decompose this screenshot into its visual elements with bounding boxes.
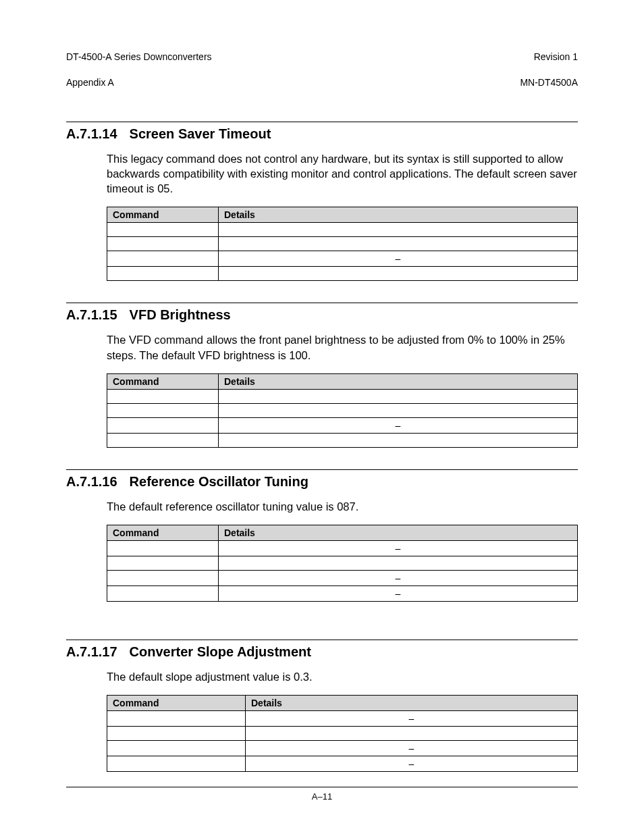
cell-command — [107, 541, 219, 556]
page-header: DT-4500-A Series Downconverters Appendix… — [66, 38, 578, 89]
section-rule — [66, 469, 578, 470]
section-title: Converter Slope Adjustment — [130, 644, 311, 659]
cell-details: – — [219, 417, 578, 433]
section-heading: A.7.1.15VFD Brightness — [66, 307, 578, 323]
table-header-command: Command — [107, 525, 219, 541]
cell-command — [107, 556, 219, 571]
table-row — [107, 223, 578, 237]
page-number: A–11 — [312, 791, 332, 802]
table-row — [107, 433, 578, 447]
section-number: A.7.1.16 — [66, 474, 117, 490]
section-title: VFD Brightness — [130, 307, 231, 322]
section-body: The default slope adjustment value is 0.… — [107, 669, 578, 684]
cell-command — [107, 727, 246, 741]
header-revision: Revision 1 — [534, 51, 578, 62]
table-header-details: Details — [219, 207, 578, 223]
table-row — [107, 237, 578, 251]
table-row: – — [107, 541, 578, 556]
cell-command — [107, 433, 219, 447]
section-rule — [66, 640, 578, 640]
cell-details — [219, 433, 578, 447]
cell-details: – — [246, 711, 578, 727]
cell-details — [219, 389, 578, 403]
section-vfd-brightness: A.7.1.15VFD Brightness The VFD command a… — [66, 303, 578, 448]
command-table: Command Details – — [107, 373, 578, 448]
section-body: This legacy command does not control any… — [107, 151, 578, 197]
cell-details: – — [246, 741, 578, 756]
table-row: – — [107, 586, 578, 602]
cell-command — [107, 267, 219, 281]
cell-details: – — [219, 586, 578, 602]
table-header-details: Details — [246, 696, 578, 711]
section-body: The VFD command allows the front panel b… — [107, 332, 578, 363]
section-heading: A.7.1.17Converter Slope Adjustment — [66, 644, 578, 660]
cell-command — [107, 251, 219, 267]
section-reference-oscillator-tuning: A.7.1.16Reference Oscillator Tuning The … — [66, 469, 578, 602]
section-rule — [66, 122, 578, 122]
table-row: – — [107, 251, 578, 267]
cell-details: – — [219, 251, 578, 267]
command-table: Command Details – – – — [107, 695, 578, 772]
table-row — [107, 403, 578, 417]
table-header-command: Command — [107, 373, 219, 389]
cell-details — [219, 223, 578, 237]
table-header-command: Command — [107, 207, 219, 223]
table-header-details: Details — [219, 525, 578, 541]
cell-command — [107, 571, 219, 586]
cell-command — [107, 711, 246, 727]
cell-command — [107, 756, 246, 772]
table-row: – — [107, 571, 578, 586]
table-row — [107, 727, 578, 741]
table-header-details: Details — [219, 373, 578, 389]
section-number: A.7.1.17 — [66, 644, 117, 660]
header-doc-title: DT-4500-A Series Downconverters — [66, 51, 212, 62]
cell-details — [219, 237, 578, 251]
cell-details — [246, 727, 578, 741]
header-docnum: MN-DT4500A — [520, 77, 578, 88]
cell-command — [107, 741, 246, 756]
cell-command — [107, 389, 219, 403]
table-row: – — [107, 741, 578, 756]
header-left: DT-4500-A Series Downconverters Appendix… — [66, 38, 212, 89]
section-rule — [66, 303, 578, 303]
table-row: – — [107, 711, 578, 727]
section-number: A.7.1.15 — [66, 307, 117, 323]
section-number: A.7.1.14 — [66, 126, 117, 142]
cell-details: – — [219, 541, 578, 556]
section-title: Screen Saver Timeout — [130, 126, 271, 141]
cell-details: – — [219, 571, 578, 586]
table-row: – — [107, 417, 578, 433]
table-header-command: Command — [107, 696, 246, 711]
cell-details — [219, 403, 578, 417]
section-converter-slope-adjustment: A.7.1.17Converter Slope Adjustment The d… — [66, 640, 578, 772]
header-appendix: Appendix A — [66, 77, 114, 88]
cell-command — [107, 586, 219, 602]
table-row — [107, 556, 578, 571]
cell-details — [219, 556, 578, 571]
cell-details — [219, 267, 578, 281]
command-table: Command Details – — [107, 207, 578, 281]
header-right: Revision 1 MN-DT4500A — [520, 38, 578, 89]
table-row — [107, 389, 578, 403]
section-heading: A.7.1.16Reference Oscillator Tuning — [66, 474, 578, 490]
cell-command — [107, 417, 219, 433]
spacer — [66, 623, 578, 640]
cell-details: – — [246, 756, 578, 772]
command-table: Command Details – – – — [107, 525, 578, 602]
table-row: – — [107, 756, 578, 772]
section-title: Reference Oscillator Tuning — [130, 474, 308, 489]
table-row — [107, 267, 578, 281]
section-heading: A.7.1.14Screen Saver Timeout — [66, 126, 578, 142]
section-body: The default reference oscillator tuning … — [107, 499, 578, 514]
page-footer: A–11 — [66, 787, 578, 802]
cell-command — [107, 223, 219, 237]
section-screen-saver-timeout: A.7.1.14Screen Saver Timeout This legacy… — [66, 122, 578, 282]
footer-rule — [66, 787, 578, 787]
cell-command — [107, 403, 219, 417]
cell-command — [107, 237, 219, 251]
